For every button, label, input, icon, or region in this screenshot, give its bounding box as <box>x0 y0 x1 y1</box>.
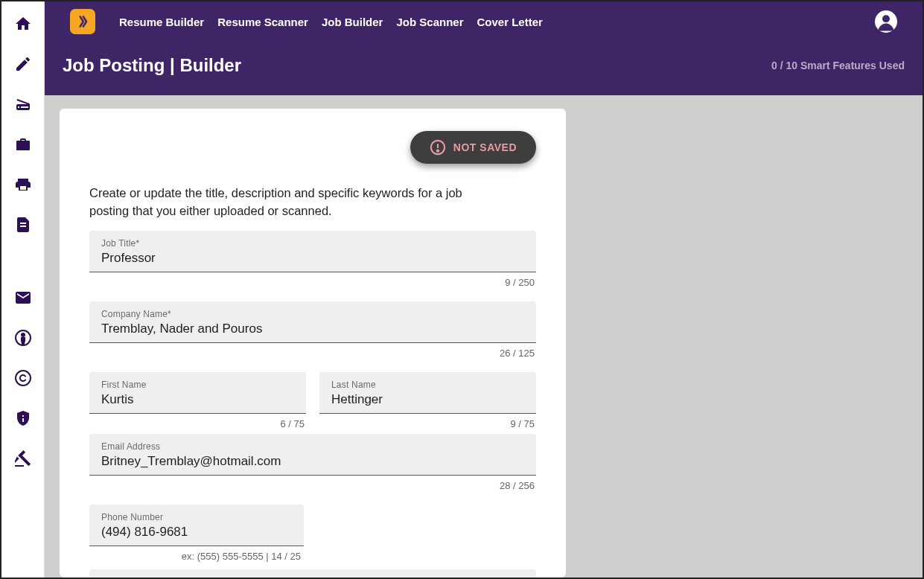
page-title: Job Posting | Builder <box>63 55 241 76</box>
print-icon[interactable] <box>14 176 32 196</box>
svg-point-7 <box>437 150 439 151</box>
nav-resume-builder[interactable]: Resume Builder <box>119 16 204 28</box>
form-card: NOT SAVED Create or update the title, de… <box>60 109 566 578</box>
phone-field[interactable]: Phone Number <box>89 505 304 546</box>
svg-point-2 <box>16 371 31 386</box>
attribution-icon[interactable] <box>14 329 32 350</box>
company-counter: 26 / 125 <box>89 343 536 369</box>
top-navigation: Resume Builder Resume Scanner Job Builde… <box>45 1 923 42</box>
first-name-counter: 6 / 75 <box>89 414 306 440</box>
svg-point-4 <box>882 15 890 22</box>
job-title-field[interactable]: Job Title* <box>89 231 536 272</box>
mail-icon[interactable] <box>14 289 32 310</box>
scanner-icon[interactable] <box>14 95 32 116</box>
job-title-counter: 9 / 250 <box>89 272 536 298</box>
shield-icon[interactable] <box>14 409 32 430</box>
gavel-icon[interactable] <box>14 450 32 470</box>
street-label: Street Address <box>101 577 524 578</box>
pencil-icon[interactable] <box>14 55 32 76</box>
first-name-label: First Name <box>101 380 294 390</box>
document-icon[interactable] <box>14 216 32 237</box>
job-title-label: Job Title* <box>101 238 524 249</box>
street-field[interactable]: Street Address <box>89 569 536 578</box>
last-name-field[interactable]: Last Name <box>319 372 536 414</box>
copyright-icon[interactable] <box>14 369 32 390</box>
user-account-icon[interactable] <box>875 10 897 33</box>
last-name-counter: 9 / 75 <box>319 414 536 440</box>
nav-job-builder[interactable]: Job Builder <box>322 16 383 28</box>
save-status-label: NOT SAVED <box>453 141 517 153</box>
nav-job-scanner[interactable]: Job Scanner <box>396 16 463 28</box>
phone-label: Phone Number <box>101 512 292 522</box>
nav-resume-scanner[interactable]: Resume Scanner <box>217 16 308 28</box>
alert-icon <box>430 139 446 156</box>
save-status-badge[interactable]: NOT SAVED <box>410 131 536 164</box>
last-name-input[interactable] <box>331 390 524 409</box>
phone-hint-counter: ex: (555) 555-5555 | 14 / 25 <box>89 546 304 566</box>
first-name-input[interactable] <box>101 390 294 409</box>
nav-cover-letter[interactable]: Cover Letter <box>477 16 542 28</box>
phone-input[interactable] <box>101 522 292 541</box>
smart-features-usage: 0 / 10 Smart Features Used <box>771 60 905 71</box>
job-title-input[interactable] <box>101 249 524 267</box>
briefcase-icon[interactable] <box>14 135 32 156</box>
home-icon[interactable] <box>14 15 32 36</box>
company-field[interactable]: Company Name* <box>89 301 536 343</box>
app-logo[interactable] <box>70 9 95 34</box>
company-label: Company Name* <box>101 309 524 319</box>
svg-point-1 <box>22 333 25 336</box>
email-field[interactable]: Email Address <box>89 434 536 476</box>
subheader: Job Posting | Builder 0 / 10 Smart Featu… <box>45 42 923 95</box>
email-label: Email Address <box>101 441 524 452</box>
intro-text: Create or update the title, description … <box>89 185 491 220</box>
email-counter: 28 / 256 <box>89 476 536 502</box>
email-input[interactable] <box>101 452 524 470</box>
content-stage: NOT SAVED Create or update the title, de… <box>45 95 923 578</box>
company-input[interactable] <box>101 319 524 338</box>
header: Resume Builder Resume Scanner Job Builde… <box>45 1 923 95</box>
left-sidebar <box>1 1 45 578</box>
first-name-field[interactable]: First Name <box>89 372 306 414</box>
main-area: Resume Builder Resume Scanner Job Builde… <box>45 1 923 578</box>
last-name-label: Last Name <box>331 380 524 390</box>
